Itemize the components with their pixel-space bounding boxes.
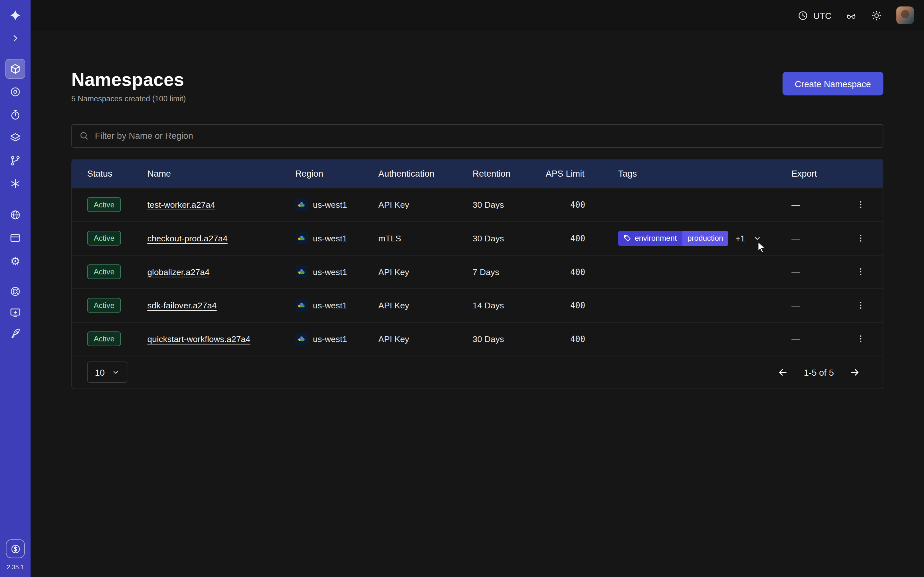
sun-icon	[871, 10, 882, 21]
export-value: —	[792, 234, 838, 243]
row-menu-kebab-icon[interactable]	[851, 229, 869, 247]
filter-input[interactable]	[95, 131, 876, 141]
row-menu-kebab-icon[interactable]	[851, 263, 869, 280]
glasses-icon	[846, 10, 857, 21]
row-menu-kebab-icon[interactable]	[851, 196, 869, 213]
auth-label: API Key	[378, 200, 473, 210]
page-size-select[interactable]: 10	[87, 362, 127, 383]
sidebar-item-asterisk-icon[interactable]	[5, 174, 25, 193]
col-tags: Tags	[618, 169, 792, 179]
col-name: Name	[147, 169, 295, 179]
sidebar-bottom: 2.35.1	[6, 539, 25, 577]
namespace-link[interactable]: checkout-prod.a27a4	[147, 234, 228, 243]
page-subtitle: 5 Namespaces created (100 limit)	[71, 94, 186, 103]
gcp-cloud-icon	[295, 299, 308, 311]
export-value: —	[792, 267, 838, 276]
aps-limit-value: 400	[546, 267, 618, 276]
row-menu-kebab-icon[interactable]	[851, 330, 869, 348]
col-status: Status	[87, 169, 147, 179]
namespace-link[interactable]: test-worker.a27a4	[147, 200, 215, 210]
region-label: us-west1	[313, 200, 347, 210]
aps-limit-value: 400	[546, 334, 618, 343]
sidebar-item-support-lifebuoy-icon[interactable]	[5, 282, 25, 301]
gcp-cloud-icon	[295, 198, 308, 211]
row-menu-kebab-icon[interactable]	[851, 297, 869, 314]
region-label: us-west1	[313, 301, 347, 310]
col-export: Export	[792, 169, 838, 179]
sidebar-item-globe-icon[interactable]	[5, 205, 25, 225]
namespaces-table: Status Name Region Authentication Retent…	[71, 159, 883, 389]
col-authentication: Authentication	[378, 169, 473, 179]
theme-toggle-button[interactable]	[871, 10, 882, 21]
col-retention: Retention	[473, 169, 546, 179]
aps-limit-value: 400	[546, 301, 618, 310]
export-value: —	[792, 301, 838, 310]
sidebar-item-rocket-icon[interactable]	[5, 324, 25, 343]
sidebar-expand-icon[interactable]	[5, 28, 25, 48]
page-size-value: 10	[95, 367, 105, 377]
tag-pill[interactable]: environment production	[618, 230, 729, 246]
export-value: —	[792, 334, 838, 343]
pagination-range: 1-5 of 5	[804, 367, 834, 377]
sidebar-item-timer-icon[interactable]	[5, 105, 25, 125]
auth-label: API Key	[378, 267, 473, 276]
retention-label: 14 Days	[473, 301, 546, 310]
namespace-link[interactable]: sdk-failover.a27a4	[147, 301, 216, 310]
sidebar-item-layers-icon[interactable]	[5, 128, 25, 148]
create-namespace-button[interactable]: Create Namespace	[782, 72, 884, 95]
app-version: 2.35.1	[7, 564, 24, 571]
filter-bar	[71, 124, 883, 147]
status-badge: Active	[87, 264, 121, 279]
status-badge: Active	[87, 197, 121, 212]
sidebar-item-branch-icon[interactable]	[5, 151, 25, 171]
usage-dollar-icon[interactable]	[6, 539, 25, 558]
status-badge: Active	[87, 332, 121, 346]
sidebar-item-billing-card-icon[interactable]	[5, 228, 25, 248]
search-icon	[79, 131, 89, 141]
labs-glasses-button[interactable]	[846, 10, 857, 21]
tags-more-count: +1	[736, 234, 745, 243]
table-footer: 10 1-5 of 5	[72, 356, 883, 388]
prev-page-button[interactable]	[777, 367, 788, 378]
chevron-down-icon	[111, 368, 120, 376]
col-aps-limit: APS Limit	[546, 169, 618, 179]
table-row: Active sdk-failover.a27a4 us-west1 API K…	[72, 288, 883, 322]
page-title-block: Namespaces 5 Namespaces created (100 lim…	[71, 69, 186, 103]
temporal-logo-icon[interactable]	[5, 5, 25, 25]
gcp-cloud-icon	[295, 266, 308, 278]
col-region: Region	[295, 169, 378, 179]
tag-value-label: production	[682, 230, 729, 246]
status-badge: Active	[87, 298, 121, 313]
sidebar: ⚙ 2.35.1	[0, 0, 31, 577]
auth-label: API Key	[378, 334, 473, 343]
status-badge: Active	[87, 231, 121, 245]
auth-label: mTLS	[378, 234, 473, 243]
timezone-label: UTC	[813, 10, 832, 20]
topbar: UTC	[31, 0, 924, 31]
table-row: Active checkout-prod.a27a4 us-west1 mTLS…	[72, 221, 883, 255]
auth-label: API Key	[378, 301, 473, 310]
arrow-right-icon	[849, 367, 861, 378]
tags-expand-chevron-icon[interactable]	[752, 233, 762, 243]
retention-label: 30 Days	[473, 234, 546, 243]
timezone-button[interactable]: UTC	[797, 10, 831, 21]
gcp-cloud-icon	[295, 232, 308, 245]
region-label: us-west1	[313, 334, 347, 343]
sidebar-item-settings-gear-icon[interactable]: ⚙	[5, 251, 25, 271]
namespace-link[interactable]: globalizer.a27a4	[147, 267, 210, 276]
aps-limit-value: 400	[546, 200, 618, 210]
retention-label: 30 Days	[473, 200, 546, 210]
next-page-button[interactable]	[849, 367, 861, 378]
tag-icon	[624, 234, 631, 242]
sidebar-item-monitor-icon[interactable]	[5, 303, 25, 322]
namespaces-page: Namespaces 5 Namespaces created (100 lim…	[31, 31, 924, 389]
gcp-cloud-icon	[295, 333, 308, 345]
table-row: Active test-worker.a27a4 us-west1 API Ke…	[72, 187, 883, 221]
sidebar-item-namespaces-cube-icon[interactable]	[5, 59, 25, 79]
user-avatar[interactable]	[897, 6, 914, 24]
tag-key-label: environment	[635, 234, 677, 243]
namespace-link[interactable]: quickstart-workflows.a27a4	[147, 334, 250, 343]
sidebar-group-help	[5, 282, 25, 344]
sidebar-item-target-icon[interactable]	[5, 82, 25, 102]
table-row: Active quickstart-workflows.a27a4 us-wes…	[72, 322, 883, 356]
